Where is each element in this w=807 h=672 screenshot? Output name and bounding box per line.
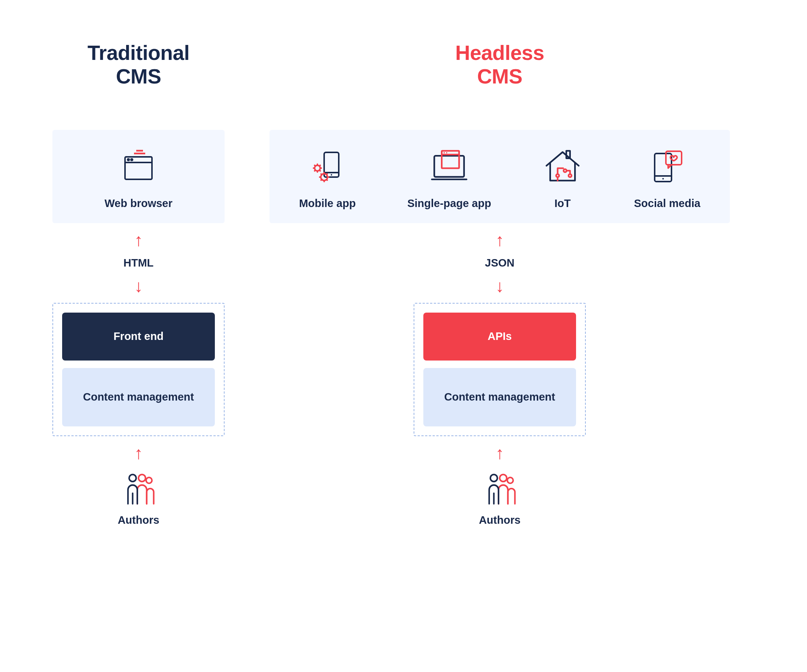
svg-point-47 [490,474,497,481]
authors-label: Authors [118,514,159,526]
consumer-mobile-app: Mobile app [299,147,355,210]
svg-line-21 [319,165,320,166]
svg-line-27 [321,174,322,175]
consumer-iot: IoT [543,147,583,210]
arrow-up-icon: ↑ [496,231,504,249]
consumer-label: Mobile app [299,197,355,210]
consumer-label: Web browser [105,197,173,210]
authors-block: Authors [479,470,520,526]
arrow-up-icon: ↑ [134,444,143,462]
title-line-2: CMS [477,65,523,88]
arrow-down-icon: ↓ [134,278,143,294]
svg-line-19 [319,170,320,171]
title-line-1: Headless [455,41,544,64]
social-media-icon [647,147,687,187]
authors-icon [481,470,518,507]
svg-line-28 [326,179,327,180]
consumer-spa: Single-page app [407,147,491,210]
svg-line-29 [321,179,322,180]
svg-line-30 [326,174,327,175]
consumer-label: Single-page app [407,197,491,210]
arrow-up-icon: ↑ [496,444,504,462]
svg-point-3 [131,159,133,160]
svg-rect-10 [324,152,339,177]
svg-point-2 [128,159,129,160]
svg-point-12 [330,174,332,176]
cms-comparison-diagram: Traditional CMS Web browser ↑ [52,41,755,526]
format-label: HTML [123,257,154,269]
layer-front-end: Front end [62,313,215,361]
svg-line-20 [314,170,315,171]
headless-column: Headless CMS [269,41,730,526]
mobile-app-icon [308,147,347,187]
browser-icon [119,147,158,187]
consumer-social-media: Social media [634,147,700,210]
headless-consumer-panel: Mobile app Single-page app [269,130,730,223]
svg-point-43 [663,178,664,179]
svg-point-40 [569,174,571,177]
headless-title: Headless CMS [455,41,544,89]
traditional-title: Traditional CMS [88,41,190,89]
format-label: JSON [485,257,515,269]
consumer-label: Social media [634,197,700,210]
spa-icon [429,147,469,187]
title-line-1: Traditional [88,41,190,64]
consumer-label: IoT [555,197,571,210]
traditional-consumer-panel: Web browser [52,130,224,223]
layer-content-management: Content management [62,368,215,426]
authors-icon [120,470,157,507]
layer-content-management: Content management [423,368,576,426]
iot-icon [543,147,583,187]
svg-point-6 [138,474,146,481]
arrow-up-icon: ↑ [134,231,143,249]
traditional-column: Traditional CMS Web browser ↑ [52,41,224,526]
title-line-2: CMS [116,65,161,88]
svg-point-8 [129,474,136,481]
svg-rect-33 [442,150,459,168]
authors-block: Authors [118,470,159,526]
svg-point-45 [500,474,507,481]
svg-point-35 [443,152,445,153]
consumer-web-browser: Web browser [105,147,173,210]
traditional-core: Front end Content management [52,303,224,436]
svg-point-7 [146,477,152,483]
authors-label: Authors [479,514,520,526]
svg-line-18 [314,165,315,166]
headless-core: APIs Content management [413,303,586,436]
svg-point-36 [446,152,447,153]
svg-point-46 [507,477,513,483]
arrow-down-icon: ↓ [496,278,504,294]
layer-apis: APIs [423,313,576,361]
